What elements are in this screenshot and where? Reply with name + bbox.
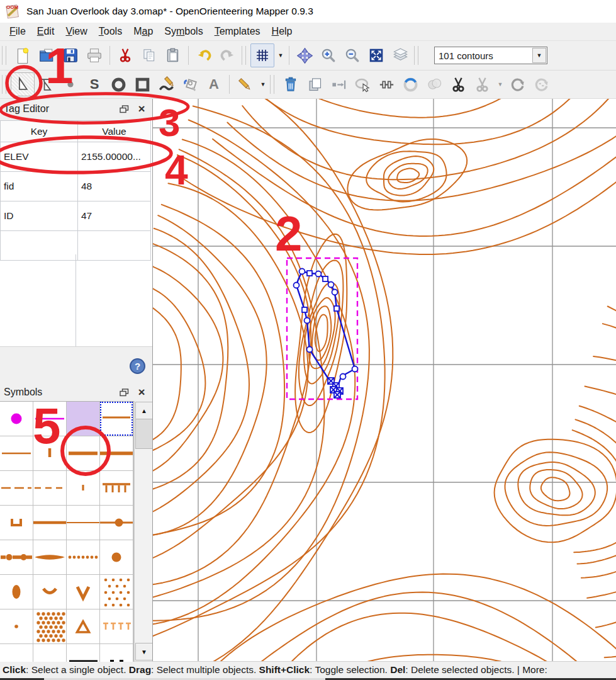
scrollbar-thumb[interactable] — [135, 419, 153, 449]
menu-view[interactable]: View — [60, 25, 92, 38]
symbol-triangle-outline[interactable] — [67, 609, 99, 643]
new-file-button[interactable] — [11, 43, 35, 67]
tag-key-cell[interactable]: ELEV — [1, 142, 78, 172]
symbol-orange-longdash-line[interactable] — [0, 471, 33, 505]
symbol-orange-line-thick-2[interactable] — [100, 436, 133, 470]
open-file-button[interactable] — [35, 43, 59, 67]
menu-help[interactable]: Help — [266, 25, 298, 38]
tag-column-key[interactable]: Key — [1, 121, 78, 142]
symbol-orange-tick[interactable] — [33, 436, 66, 470]
draw-freehand-button[interactable] — [154, 72, 178, 96]
symbol-dotted-line[interactable] — [67, 540, 99, 574]
tag-value-cell[interactable]: 47 — [78, 201, 151, 231]
symbol-scrollbar[interactable]: ▲ ▼ — [134, 401, 153, 661]
float-panel-button[interactable] — [117, 385, 131, 399]
save-file-button[interactable] — [59, 43, 82, 67]
symbol-black-u[interactable] — [100, 644, 133, 662]
tag-value-cell[interactable]: 2155.00000... — [78, 142, 151, 172]
cut-hole-button[interactable] — [470, 72, 494, 96]
float-panel-button[interactable] — [117, 102, 131, 116]
zoom-out-button[interactable] — [340, 43, 364, 67]
draw-text-button[interactable]: A — [202, 72, 226, 96]
draw-point-button[interactable] — [59, 72, 82, 96]
draw-path-button[interactable]: S — [82, 72, 106, 96]
symbol-orange-line-current[interactable] — [100, 402, 133, 436]
symbol-small-dot[interactable] — [0, 609, 33, 643]
symbol-magenta-line[interactable] — [33, 402, 66, 436]
symbol-tick-row[interactable] — [0, 644, 33, 662]
symbol-orange-line[interactable] — [0, 436, 33, 470]
copy-button[interactable] — [137, 43, 161, 67]
zoom-in-button[interactable] — [316, 43, 340, 67]
rotate-objects-button[interactable] — [505, 72, 529, 96]
paste-button[interactable] — [161, 43, 185, 67]
pan-button[interactable] — [293, 43, 316, 67]
cut-hole-dropdown-button[interactable]: ▼ — [494, 72, 505, 96]
show-whole-map-button[interactable] — [364, 43, 388, 67]
symbol-orange-line-thin[interactable] — [67, 506, 99, 540]
symbol-curve-u[interactable] — [33, 575, 66, 609]
symbol-orange-dash-line[interactable] — [33, 471, 66, 505]
symbol-u-shape[interactable] — [0, 506, 33, 540]
symbol-dash-dot-line[interactable] — [0, 540, 33, 574]
boolean-operations-button[interactable] — [422, 72, 446, 96]
paint-dropdown-button[interactable]: ▼ — [257, 72, 268, 96]
symbol-dense-dot-field[interactable] — [33, 609, 66, 643]
close-panel-button[interactable]: × — [135, 385, 148, 399]
fill-create-border-button[interactable] — [398, 72, 422, 96]
menu-map[interactable]: Map — [128, 25, 159, 38]
symbol-magenta-dot[interactable] — [0, 402, 33, 436]
draw-fill-button[interactable] — [178, 72, 202, 96]
paint-on-template-button[interactable] — [233, 72, 257, 96]
template-dropdown[interactable]: 101 contours ▼ — [434, 47, 547, 64]
symbol-large-dot[interactable] — [100, 540, 133, 574]
redo-button[interactable] — [216, 43, 240, 67]
map-canvas[interactable] — [152, 99, 616, 661]
print-button[interactable] — [82, 43, 106, 67]
symbol-black-comb[interactable] — [67, 644, 99, 662]
symbol-filled-ellipse[interactable] — [0, 575, 33, 609]
tag-key-cell[interactable]: ID — [1, 201, 78, 231]
menu-symbols[interactable]: Symbols — [159, 25, 208, 38]
close-panel-button[interactable]: × — [135, 102, 148, 116]
cut-object-button[interactable] — [446, 72, 470, 96]
duplicate-button[interactable] — [303, 72, 327, 96]
tag-key-cell[interactable]: fid — [1, 172, 78, 201]
toolbar-handle[interactable] — [242, 46, 246, 65]
show-grid-button[interactable] — [250, 43, 274, 67]
symbol-t-row[interactable] — [100, 609, 133, 643]
menu-file[interactable]: File — [4, 25, 31, 38]
symbol-light-dash-line[interactable] — [33, 644, 66, 662]
edit-lines-button[interactable] — [35, 72, 59, 96]
toolbar-handle[interactable] — [2, 46, 6, 65]
scroll-up-button[interactable]: ▲ — [135, 402, 153, 419]
cut-button[interactable] — [113, 43, 137, 67]
tag-value-cell[interactable]: 48 — [78, 172, 151, 201]
symbol-orange-line-heavy[interactable] — [33, 506, 66, 540]
draw-circle-button[interactable] — [106, 72, 130, 96]
scale-objects-button[interactable] — [529, 72, 553, 96]
connect-paths-button[interactable] — [374, 72, 398, 96]
undo-button[interactable] — [192, 43, 216, 67]
symbol-selected-empty[interactable] — [67, 402, 99, 436]
symbol-v-shape[interactable] — [67, 575, 99, 609]
symbol-orange-small-tick[interactable] — [67, 471, 99, 505]
menu-edit[interactable]: Edit — [31, 25, 60, 38]
draw-rectangle-button[interactable] — [130, 72, 154, 96]
tag-column-value[interactable]: Value — [78, 121, 151, 142]
help-button[interactable]: ? — [130, 358, 145, 374]
edit-objects-button[interactable] — [11, 72, 35, 96]
symbol-orange-line-thick[interactable] — [67, 436, 99, 470]
toolbar-handle[interactable] — [270, 75, 274, 94]
symbol-tapered-line[interactable] — [33, 540, 66, 574]
scroll-down-button[interactable]: ▼ — [135, 643, 153, 660]
symbol-line-with-ticks[interactable] — [100, 471, 133, 505]
menu-templates[interactable]: Templates — [209, 25, 266, 38]
delete-button[interactable] — [279, 72, 303, 96]
grid-options-dropdown-button[interactable]: ▼ — [274, 43, 286, 67]
switch-symbol-button[interactable] — [327, 72, 350, 96]
select-objects-by-symbol-button[interactable] — [350, 72, 374, 96]
symbol-line-with-dot[interactable] — [100, 506, 133, 540]
hide-templates-button[interactable] — [388, 43, 412, 67]
menu-tools[interactable]: Tools — [93, 25, 128, 38]
